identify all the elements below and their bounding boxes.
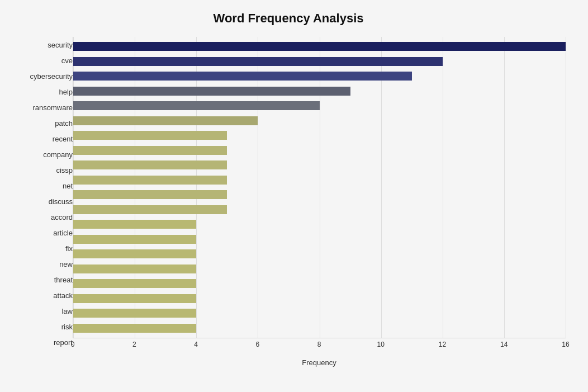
y-axis-label: law	[61, 308, 73, 315]
y-axis-label: recent	[53, 135, 73, 143]
y-axis-label: help	[59, 88, 73, 96]
bar	[73, 324, 196, 333]
x-axis-title: Frequency	[73, 358, 566, 367]
bar	[73, 116, 258, 125]
y-axis-label: cve	[61, 57, 73, 64]
bar-row	[73, 321, 566, 336]
bar	[73, 160, 227, 169]
bar-row	[73, 143, 566, 158]
grid-line	[566, 37, 566, 338]
y-axis-label: ransomware	[32, 104, 73, 111]
y-axis-label: attack	[53, 292, 73, 299]
y-axis-label: security	[48, 41, 73, 49]
y-axis-label: report	[54, 339, 73, 346]
bar-row	[73, 202, 566, 218]
bar	[73, 265, 196, 273]
bar-row	[73, 173, 566, 188]
bar-row	[73, 39, 566, 54]
x-axis-tick-label: 2	[132, 341, 136, 348]
bars-wrapper	[73, 37, 566, 338]
bar	[73, 42, 566, 51]
bar-row	[73, 98, 566, 114]
y-axis-labels: securitycvecybersecurityhelpransomwarepa…	[11, 37, 73, 367]
bar	[73, 72, 412, 81]
x-axis-tick-label: 10	[377, 341, 385, 348]
y-axis-label: cissp	[56, 167, 73, 174]
bar-row	[73, 232, 566, 247]
bar-row	[73, 247, 566, 262]
y-axis-label: risk	[61, 323, 73, 330]
chart-area: securitycvecybersecurityhelpransomwarepa…	[11, 37, 566, 367]
grid-and-bars	[73, 37, 566, 338]
x-axis-tick-label: 12	[439, 341, 446, 348]
y-axis-label: new	[59, 261, 73, 268]
bar-row	[73, 128, 566, 143]
chart-title: Word Frequency Analysis	[11, 11, 566, 26]
y-axis-label: discuss	[49, 198, 73, 205]
bars-and-grid: 0246810121416 Frequency	[73, 37, 566, 367]
bar-row	[73, 54, 566, 69]
bar-row	[73, 291, 566, 306]
x-axis-tick-label: 6	[255, 341, 259, 348]
bar	[73, 146, 227, 155]
bar	[73, 220, 196, 229]
x-axis-tick-label: 0	[71, 341, 75, 348]
bar-row	[73, 114, 566, 129]
bar-row	[73, 158, 566, 173]
x-axis-tick-label: 16	[562, 341, 569, 348]
bar	[73, 309, 196, 318]
bar-row	[73, 217, 566, 232]
x-axis-tick-label: 8	[317, 341, 321, 348]
bar-row	[73, 276, 566, 291]
bar	[73, 101, 320, 110]
bar	[73, 57, 443, 66]
x-axis-tick-label: 14	[500, 341, 508, 348]
y-axis-label: threat	[54, 276, 73, 284]
bar-row	[73, 84, 566, 99]
y-axis-label: patch	[55, 120, 73, 127]
y-axis-label: net	[63, 182, 73, 190]
y-axis-label: article	[53, 229, 73, 237]
bar	[73, 87, 350, 96]
x-axis-tick-label: 4	[194, 341, 198, 348]
bar	[73, 249, 196, 258]
y-axis-label: fix	[65, 245, 73, 252]
bar	[73, 235, 196, 244]
chart-container: Word Frequency Analysis securitycvecyber…	[0, 0, 588, 392]
bar	[73, 190, 227, 199]
bar	[73, 205, 227, 214]
bar-row	[73, 306, 566, 321]
bar	[73, 279, 196, 288]
bar	[73, 131, 227, 140]
bar-row	[73, 262, 566, 277]
bar-row	[73, 69, 566, 84]
y-axis-label: company	[43, 151, 73, 158]
x-axis-labels: 0246810121416	[73, 341, 566, 357]
y-axis-label: accord	[51, 214, 73, 221]
bar	[73, 176, 227, 185]
y-axis-label: cybersecurity	[30, 73, 73, 80]
bar-row	[73, 187, 566, 202]
bar	[73, 294, 196, 303]
